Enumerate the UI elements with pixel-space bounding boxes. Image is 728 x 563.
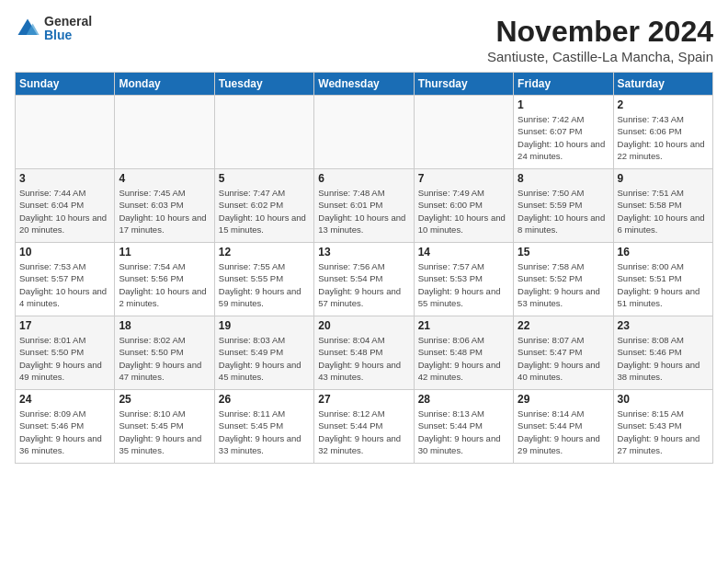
day-number: 15	[518, 246, 609, 259]
month-title: November 2024	[487, 15, 713, 49]
day-number: 2	[618, 98, 709, 111]
calendar-cell: 29Sunrise: 8:14 AM Sunset: 5:44 PM Dayli…	[514, 390, 613, 464]
calendar-cell: 11Sunrise: 7:54 AM Sunset: 5:56 PM Dayli…	[115, 243, 214, 316]
logo: General Blue	[15, 15, 92, 43]
calendar-cell: 21Sunrise: 8:06 AM Sunset: 5:48 PM Dayli…	[414, 316, 513, 390]
day-info: Sunrise: 7:42 AM Sunset: 6:07 PM Dayligh…	[518, 113, 609, 162]
day-info: Sunrise: 8:00 AM Sunset: 5:51 PM Dayligh…	[618, 260, 709, 309]
calendar-cell: 12Sunrise: 7:55 AM Sunset: 5:55 PM Dayli…	[214, 243, 313, 316]
calendar-header-thursday: Thursday	[414, 73, 513, 96]
day-info: Sunrise: 7:43 AM Sunset: 6:06 PM Dayligh…	[618, 113, 709, 162]
day-info: Sunrise: 8:04 AM Sunset: 5:48 PM Dayligh…	[318, 334, 409, 383]
day-number: 20	[318, 319, 409, 332]
calendar-cell: 8Sunrise: 7:50 AM Sunset: 5:59 PM Daylig…	[514, 169, 613, 243]
day-number: 28	[418, 393, 509, 406]
day-number: 11	[119, 246, 210, 259]
calendar-header-tuesday: Tuesday	[214, 73, 313, 96]
day-number: 19	[219, 319, 310, 332]
calendar-cell: 18Sunrise: 8:02 AM Sunset: 5:50 PM Dayli…	[115, 316, 214, 390]
calendar-cell	[115, 96, 214, 169]
page-header: General Blue November 2024 Santiuste, Ca…	[15, 15, 713, 64]
day-info: Sunrise: 8:07 AM Sunset: 5:47 PM Dayligh…	[518, 334, 609, 383]
day-info: Sunrise: 8:13 AM Sunset: 5:44 PM Dayligh…	[418, 408, 509, 456]
day-number: 24	[19, 393, 110, 406]
calendar-week-row: 10Sunrise: 7:53 AM Sunset: 5:57 PM Dayli…	[16, 243, 713, 316]
calendar-week-row: 3Sunrise: 7:44 AM Sunset: 6:04 PM Daylig…	[16, 169, 713, 243]
title-section: November 2024 Santiuste, Castille-La Man…	[487, 15, 713, 64]
calendar-cell: 2Sunrise: 7:43 AM Sunset: 6:06 PM Daylig…	[613, 96, 712, 169]
day-info: Sunrise: 7:58 AM Sunset: 5:52 PM Dayligh…	[518, 260, 609, 309]
day-number: 22	[518, 319, 609, 332]
logo-text: General Blue	[44, 15, 92, 43]
day-info: Sunrise: 8:06 AM Sunset: 5:48 PM Dayligh…	[418, 334, 509, 383]
calendar-cell: 3Sunrise: 7:44 AM Sunset: 6:04 PM Daylig…	[16, 169, 115, 243]
calendar-cell: 14Sunrise: 7:57 AM Sunset: 5:53 PM Dayli…	[414, 243, 513, 316]
calendar-cell	[16, 96, 115, 169]
calendar-cell: 24Sunrise: 8:09 AM Sunset: 5:46 PM Dayli…	[16, 390, 115, 464]
calendar-cell: 17Sunrise: 8:01 AM Sunset: 5:50 PM Dayli…	[16, 316, 115, 390]
logo-blue: Blue	[44, 29, 92, 42]
day-info: Sunrise: 8:08 AM Sunset: 5:46 PM Dayligh…	[618, 334, 709, 383]
calendar-cell	[314, 96, 414, 169]
day-number: 16	[618, 246, 709, 259]
day-number: 13	[318, 246, 409, 259]
calendar-cell: 6Sunrise: 7:48 AM Sunset: 6:01 PM Daylig…	[314, 169, 414, 243]
day-info: Sunrise: 8:10 AM Sunset: 5:45 PM Dayligh…	[119, 408, 210, 456]
day-info: Sunrise: 8:14 AM Sunset: 5:44 PM Dayligh…	[518, 408, 609, 456]
location-subtitle: Santiuste, Castille-La Mancha, Spain	[487, 49, 713, 64]
calendar-table: SundayMondayTuesdayWednesdayThursdayFrid…	[15, 72, 713, 464]
day-info: Sunrise: 8:03 AM Sunset: 5:49 PM Dayligh…	[219, 334, 310, 383]
calendar-cell: 10Sunrise: 7:53 AM Sunset: 5:57 PM Dayli…	[16, 243, 115, 316]
day-info: Sunrise: 7:54 AM Sunset: 5:56 PM Dayligh…	[119, 260, 210, 309]
calendar-header-row: SundayMondayTuesdayWednesdayThursdayFrid…	[16, 73, 713, 96]
day-number: 30	[618, 393, 709, 406]
calendar-cell: 25Sunrise: 8:10 AM Sunset: 5:45 PM Dayli…	[115, 390, 214, 464]
logo-general: General	[44, 15, 92, 29]
calendar-cell: 13Sunrise: 7:56 AM Sunset: 5:54 PM Dayli…	[314, 243, 414, 316]
calendar-cell: 22Sunrise: 8:07 AM Sunset: 5:47 PM Dayli…	[514, 316, 613, 390]
day-info: Sunrise: 7:47 AM Sunset: 6:02 PM Dayligh…	[219, 187, 310, 236]
calendar-week-row: 24Sunrise: 8:09 AM Sunset: 5:46 PM Dayli…	[16, 390, 713, 464]
day-number: 3	[19, 172, 110, 185]
day-info: Sunrise: 8:02 AM Sunset: 5:50 PM Dayligh…	[119, 334, 210, 383]
day-number: 10	[19, 246, 110, 259]
day-info: Sunrise: 8:12 AM Sunset: 5:44 PM Dayligh…	[318, 408, 409, 456]
calendar-header-monday: Monday	[115, 73, 214, 96]
day-number: 7	[418, 172, 509, 185]
calendar-cell: 28Sunrise: 8:13 AM Sunset: 5:44 PM Dayli…	[414, 390, 513, 464]
day-info: Sunrise: 7:48 AM Sunset: 6:01 PM Dayligh…	[318, 187, 409, 236]
calendar-cell: 19Sunrise: 8:03 AM Sunset: 5:49 PM Dayli…	[214, 316, 313, 390]
calendar-header-saturday: Saturday	[613, 73, 712, 96]
calendar-cell: 20Sunrise: 8:04 AM Sunset: 5:48 PM Dayli…	[314, 316, 414, 390]
day-info: Sunrise: 8:15 AM Sunset: 5:43 PM Dayligh…	[618, 408, 709, 456]
calendar-cell: 1Sunrise: 7:42 AM Sunset: 6:07 PM Daylig…	[514, 96, 613, 169]
calendar-cell: 9Sunrise: 7:51 AM Sunset: 5:58 PM Daylig…	[613, 169, 712, 243]
day-info: Sunrise: 7:50 AM Sunset: 5:59 PM Dayligh…	[518, 187, 609, 236]
day-info: Sunrise: 7:44 AM Sunset: 6:04 PM Dayligh…	[19, 187, 110, 236]
calendar-header-sunday: Sunday	[16, 73, 115, 96]
calendar-cell: 4Sunrise: 7:45 AM Sunset: 6:03 PM Daylig…	[115, 169, 214, 243]
calendar-cell: 26Sunrise: 8:11 AM Sunset: 5:45 PM Dayli…	[214, 390, 313, 464]
day-number: 8	[518, 172, 609, 185]
day-info: Sunrise: 7:55 AM Sunset: 5:55 PM Dayligh…	[219, 260, 310, 309]
day-number: 25	[119, 393, 210, 406]
calendar-cell: 5Sunrise: 7:47 AM Sunset: 6:02 PM Daylig…	[214, 169, 313, 243]
day-info: Sunrise: 7:45 AM Sunset: 6:03 PM Dayligh…	[119, 187, 210, 236]
day-number: 26	[219, 393, 310, 406]
day-number: 5	[219, 172, 310, 185]
day-number: 1	[518, 98, 609, 111]
day-number: 9	[618, 172, 709, 185]
day-number: 17	[19, 319, 110, 332]
calendar-cell: 23Sunrise: 8:08 AM Sunset: 5:46 PM Dayli…	[613, 316, 712, 390]
logo-icon	[15, 16, 40, 41]
day-info: Sunrise: 7:57 AM Sunset: 5:53 PM Dayligh…	[418, 260, 509, 309]
day-number: 21	[418, 319, 509, 332]
calendar-week-row: 17Sunrise: 8:01 AM Sunset: 5:50 PM Dayli…	[16, 316, 713, 390]
day-info: Sunrise: 7:51 AM Sunset: 5:58 PM Dayligh…	[618, 187, 709, 236]
day-info: Sunrise: 8:01 AM Sunset: 5:50 PM Dayligh…	[19, 334, 110, 383]
day-number: 23	[618, 319, 709, 332]
day-info: Sunrise: 7:53 AM Sunset: 5:57 PM Dayligh…	[19, 260, 110, 309]
day-number: 27	[318, 393, 409, 406]
calendar-cell	[414, 96, 513, 169]
day-number: 14	[418, 246, 509, 259]
